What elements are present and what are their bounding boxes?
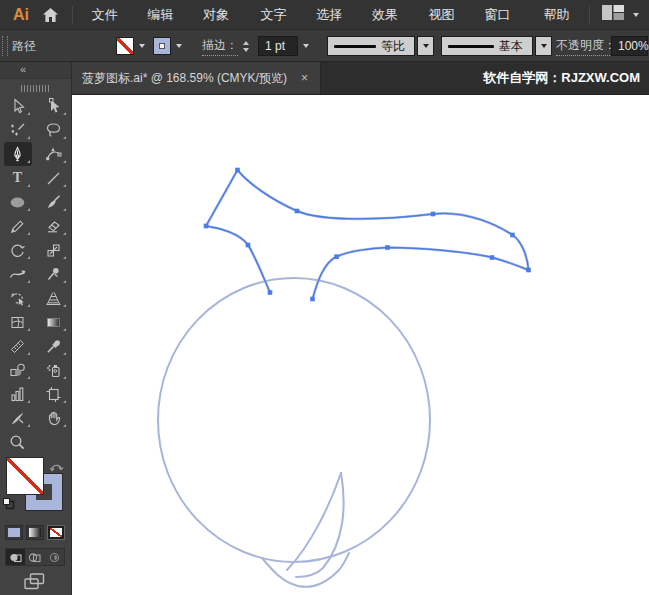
color-button[interactable] <box>5 525 23 540</box>
crown-path-artwork[interactable] <box>206 170 529 299</box>
selection-tool[interactable] <box>4 94 32 118</box>
drawing-mode-buttons <box>5 548 65 566</box>
pineapple-body-circle[interactable] <box>158 278 430 562</box>
eyedropper-tool[interactable] <box>40 334 68 358</box>
anchor-point[interactable] <box>526 268 531 273</box>
anchor-point[interactable] <box>510 233 515 238</box>
stroke-weight-stepper[interactable] <box>243 36 249 56</box>
control-bar: 路径 描边： 1 pt 等比 基本 不透明度： 100% <box>0 30 649 62</box>
anchor-points[interactable] <box>204 168 531 302</box>
rotate-tool[interactable] <box>4 238 32 262</box>
workspace-chevron-icon[interactable] <box>633 13 639 17</box>
column-graph-tool[interactable] <box>4 382 32 406</box>
zoom-tool[interactable] <box>4 430 32 454</box>
pineapple-artwork <box>72 95 649 595</box>
tools-panel: « T <box>0 62 72 595</box>
stroke-weight-input[interactable]: 1 pt <box>258 36 298 56</box>
crown-path-selection-highlight[interactable] <box>206 170 529 299</box>
anchor-point[interactable] <box>490 255 495 260</box>
width-profile-value: 等比 <box>381 38 405 55</box>
document-tab[interactable]: 菠萝图标.ai* @ 168.59% (CMYK/预览) × <box>72 62 321 94</box>
fill-proxy-swatch[interactable] <box>7 458 43 494</box>
draw-inside-button[interactable] <box>45 549 64 565</box>
curvature-tool[interactable] <box>40 142 68 166</box>
pineapple-body-paths[interactable] <box>158 278 430 587</box>
menu-type[interactable]: 文字(T) <box>250 0 305 30</box>
tab-close-icon[interactable]: × <box>301 71 308 85</box>
pen-tool[interactable] <box>4 142 32 166</box>
slice-tool[interactable] <box>4 406 32 430</box>
swap-fill-stroke-icon[interactable] <box>50 459 64 477</box>
stroke-weight-chevron-icon[interactable] <box>298 36 313 56</box>
panel-grip[interactable] <box>2 36 8 56</box>
eraser-tool[interactable] <box>40 214 68 238</box>
toolbar-grip[interactable] <box>21 85 51 92</box>
magic-wand-tool[interactable] <box>4 118 32 142</box>
artboard-tool[interactable] <box>40 382 68 406</box>
stroke-color-swatch[interactable] <box>153 37 171 55</box>
width-tool[interactable] <box>4 262 32 286</box>
anchor-point[interactable] <box>385 245 390 250</box>
stroke-weight-label[interactable]: 描边： <box>202 37 238 56</box>
menu-view[interactable]: 视图(V) <box>418 0 474 30</box>
fill-color-swatch[interactable] <box>116 37 134 55</box>
brush-definition-select[interactable]: 基本 <box>441 36 533 56</box>
menu-separator-2 <box>589 6 590 24</box>
anchor-point[interactable] <box>431 212 436 217</box>
none-button[interactable] <box>47 525 65 540</box>
hand-tool[interactable] <box>40 406 68 430</box>
puppet-warp-tool[interactable] <box>40 262 68 286</box>
tools-grid: T <box>0 94 71 454</box>
stroke-swatch-chevron-icon[interactable] <box>171 36 186 56</box>
paintbrush-tool[interactable] <box>40 190 68 214</box>
anchor-point[interactable] <box>310 297 315 302</box>
menu-separator <box>72 6 73 24</box>
menus: 文件(F) 编辑(E) 对象(O) 文字(T) 选择(S) 效果(C) 视图(V… <box>81 0 589 30</box>
gradient-button[interactable] <box>26 525 44 540</box>
shape-builder-tool[interactable] <box>4 286 32 310</box>
toolbar-collapse-button[interactable]: « <box>0 62 71 79</box>
ellipse-tool[interactable] <box>4 190 32 214</box>
line-segment-tool[interactable] <box>40 166 68 190</box>
lasso-tool[interactable] <box>40 118 68 142</box>
scale-tool[interactable] <box>40 238 68 262</box>
home-icon[interactable] <box>43 8 58 22</box>
anchor-point[interactable] <box>235 168 240 173</box>
draw-behind-button[interactable] <box>25 549 44 565</box>
screen-mode-icon[interactable] <box>24 573 48 594</box>
direct-selection-tool[interactable] <box>40 94 68 118</box>
draw-normal-button[interactable] <box>6 549 25 565</box>
pencil-tool[interactable] <box>4 214 32 238</box>
anchor-point[interactable] <box>246 243 251 248</box>
opacity-input[interactable]: 100% <box>611 36 648 56</box>
default-fill-stroke-icon[interactable] <box>3 496 15 514</box>
menu-window[interactable]: 窗口(W) <box>474 0 533 30</box>
brush-chevron-icon[interactable] <box>535 36 552 56</box>
blend-tool[interactable] <box>4 358 32 382</box>
anchor-point[interactable] <box>334 254 339 259</box>
symbol-sprayer-tool[interactable] <box>40 358 68 382</box>
toolbar-spacer <box>40 430 68 454</box>
menu-select[interactable]: 选择(S) <box>305 0 361 30</box>
anchor-point[interactable] <box>204 224 209 229</box>
width-profile-select[interactable]: 等比 <box>327 36 415 56</box>
gradient-tool[interactable] <box>40 310 68 334</box>
ai-logo[interactable]: Ai <box>13 6 29 24</box>
anchor-point[interactable] <box>268 290 273 295</box>
menu-edit[interactable]: 编辑(E) <box>136 0 192 30</box>
width-profile-chevron-icon[interactable] <box>417 36 434 56</box>
artboard-canvas[interactable] <box>72 95 649 595</box>
menu-effect[interactable]: 效果(C) <box>361 0 418 30</box>
menu-object[interactable]: 对象(O) <box>192 0 249 30</box>
type-tool[interactable]: T <box>4 166 32 190</box>
perspective-grid-tool[interactable] <box>40 286 68 310</box>
workspace-layout-icon[interactable] <box>602 5 624 24</box>
pineapple-bottom-wave[interactable] <box>262 553 349 587</box>
fill-swatch-chevron-icon[interactable] <box>134 36 149 56</box>
anchor-point[interactable] <box>295 209 300 214</box>
mesh-tool[interactable] <box>4 310 32 334</box>
menu-help[interactable]: 帮助(H) <box>532 0 589 30</box>
opacity-label[interactable]: 不透明度： <box>556 37 616 56</box>
menu-file[interactable]: 文件(F) <box>81 0 136 30</box>
measure-tool[interactable] <box>4 334 32 358</box>
